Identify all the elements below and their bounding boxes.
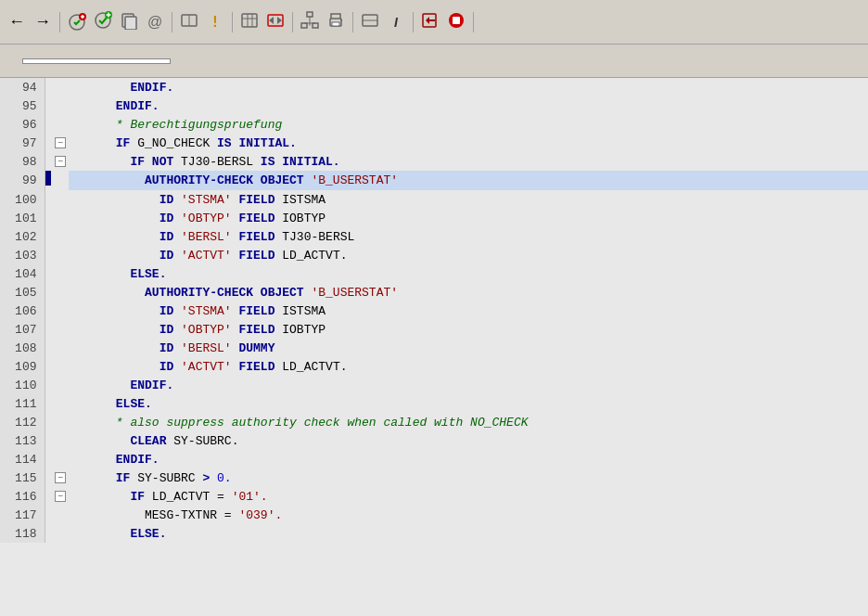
fold-col (52, 209, 69, 227)
table-button[interactable] (238, 11, 261, 33)
code-token: TJ30-BERSL (173, 155, 261, 169)
layout-icon (361, 11, 379, 33)
line-number: 96 (0, 115, 45, 134)
line-number: 106 (0, 302, 45, 320)
code-token: ELSE. (116, 397, 152, 411)
table-icon (240, 11, 259, 33)
line-number: 105 (0, 283, 45, 302)
bold-button[interactable]: I (385, 11, 407, 33)
table-row: 112 * also suppress authority check when… (0, 413, 868, 431)
bold-icon: I (394, 15, 398, 30)
forward-icon: → (34, 12, 51, 32)
code-token: ID (160, 360, 174, 374)
move-button[interactable] (264, 11, 287, 33)
table-row: 109 ID 'ACTVT' FIELD LD_ACTVT. (0, 357, 868, 376)
activate-button[interactable] (66, 11, 88, 33)
indent (72, 490, 130, 504)
breakpoint-col (45, 339, 52, 357)
check-button[interactable] (92, 11, 114, 33)
code-token: ID (160, 249, 174, 263)
fold-icon[interactable]: − (55, 156, 66, 167)
separator-4 (292, 12, 293, 32)
fold-col (52, 283, 69, 302)
table-row: 95 ENDIF. (0, 96, 868, 115)
table-row: 104 ELSE. (0, 264, 868, 283)
table-row: 97− IF G_NO_CHECK IS INITIAL. (0, 134, 868, 152)
transaction-button[interactable] (419, 11, 441, 33)
fold-col (52, 357, 69, 376)
line-number: 116 (0, 487, 45, 506)
code-token: ID (160, 341, 174, 355)
code-line: ID 'BERSL' FIELD TJ30-BERSL (69, 227, 868, 246)
line-number: 100 (0, 190, 45, 209)
code-token: '01'. (232, 490, 268, 504)
code-token: ID (160, 193, 174, 207)
breakpoint-col (45, 115, 52, 134)
back-button[interactable]: ← (6, 11, 28, 33)
fold-col (52, 431, 69, 450)
svg-rect-8 (242, 14, 257, 27)
code-token: G_NO_CHECK (130, 136, 217, 150)
code-token: FIELD (232, 249, 275, 263)
table-row: 113 CLEAR SY-SUBRC. (0, 431, 868, 450)
code-token: LD_ACTVT = (145, 490, 232, 504)
code-token: IF (116, 136, 131, 150)
code-token: IF (116, 471, 131, 485)
indent (72, 341, 160, 355)
fold-icon[interactable]: − (55, 472, 66, 483)
line-number: 98 (0, 152, 45, 171)
code-token: IF NOT (130, 155, 173, 169)
indent (72, 118, 116, 132)
check-icon (94, 11, 112, 33)
code-table: 94 ENDIF.95 ENDIF.96 * Berechtigungsprue… (0, 78, 868, 543)
copy-button[interactable] (118, 11, 140, 33)
separator-1 (59, 12, 60, 32)
line-number: 112 (0, 413, 45, 431)
insert-button[interactable] (178, 11, 200, 33)
line-number: 107 (0, 320, 45, 339)
activate-icon (68, 13, 86, 32)
line-number: 109 (0, 357, 45, 376)
fold-icon[interactable]: − (55, 491, 66, 502)
indent (72, 379, 130, 392)
breakpoint-col (45, 394, 52, 413)
code-line: CLEAR SY-SUBRC. (69, 431, 868, 450)
fold-icon[interactable]: − (55, 137, 66, 148)
code-token: DUMMY (232, 341, 275, 355)
code-line: ELSE. (69, 264, 868, 283)
fold-col (52, 78, 69, 96)
stop-button[interactable] (445, 11, 467, 33)
code-line: ELSE. (69, 524, 868, 543)
pattern-button[interactable] (479, 20, 494, 24)
print-button[interactable] (325, 11, 347, 33)
back-icon: ← (8, 12, 25, 32)
hierarchy-button[interactable] (299, 11, 321, 33)
line-number: 94 (0, 78, 45, 96)
code-token: ID (160, 230, 174, 244)
breakpoint-col (45, 152, 52, 171)
indent (72, 81, 130, 95)
code-line: AUTHORITY-CHECK OBJECT 'B_USERSTAT' (69, 283, 868, 302)
table-row: 116− IF LD_ACTVT = '01'. (0, 487, 868, 506)
code-token: * Berechtigungspruefung (116, 118, 282, 132)
code-line: * also suppress authority check when cal… (69, 413, 868, 431)
breakpoint-marker (45, 171, 51, 186)
toolbar: ← → (0, 0, 868, 45)
code-line: * Berechtigungspruefung (69, 115, 868, 134)
fold-col (52, 450, 69, 468)
svg-rect-19 (332, 22, 339, 26)
table-row: 106 ID 'STSMA' FIELD ISTSMA (0, 302, 868, 320)
layout-button[interactable] (359, 11, 381, 33)
exclaim-button[interactable]: ! (204, 11, 226, 33)
indent (72, 304, 160, 318)
code-token: 'BERSL' (173, 230, 231, 244)
transaction-icon (421, 11, 440, 33)
separator-3 (232, 12, 233, 32)
line-number: 95 (0, 96, 45, 115)
pretty-printer-button[interactable] (498, 20, 513, 24)
breakpoint-col (45, 524, 52, 543)
code-token: 'STSMA' (173, 193, 231, 207)
at-button[interactable]: @ (144, 11, 166, 33)
code-token: LD_ACTVT. (274, 360, 347, 374)
forward-button[interactable]: → (32, 11, 54, 33)
